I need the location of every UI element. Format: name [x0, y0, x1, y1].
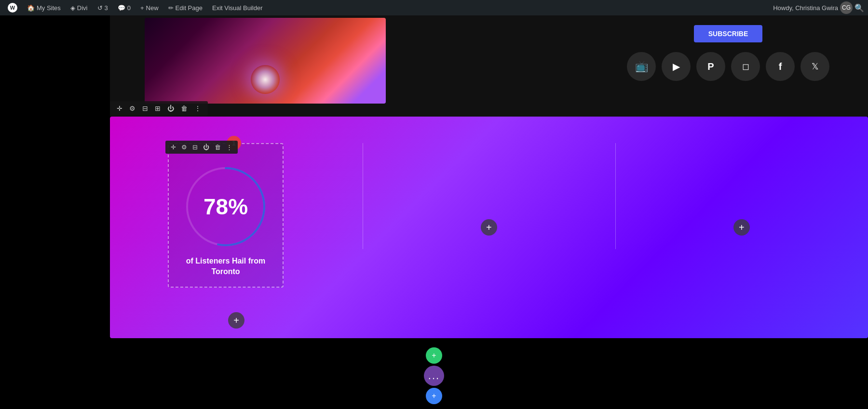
section-toolbar: ✛ ⚙ ⊟ ⊞ ⏻ 🗑 ⋮	[110, 101, 208, 116]
caption-line-2: Toronto	[211, 267, 240, 276]
module-caption: of Listeners Hail from Toronto	[181, 256, 270, 277]
circle-chart: 78%	[182, 163, 269, 250]
caption-line-1: of Listeners Hail from	[186, 257, 265, 265]
module-card: 78% of Listeners Hail from Toronto	[168, 143, 284, 288]
facebook-button[interactable]: f	[766, 52, 795, 81]
my-sites-label: My Sites	[37, 4, 61, 12]
module-settings-icon[interactable]: ⚙	[180, 143, 189, 151]
comments-icon: 💬	[118, 4, 125, 12]
module-clone-icon[interactable]: ⊟	[191, 143, 199, 151]
module-toggle-icon[interactable]: ⏻	[202, 143, 211, 151]
section-delete-icon[interactable]: 🗑	[179, 104, 190, 113]
section-more-icon[interactable]: ⋮	[192, 104, 203, 113]
edit-page-button[interactable]: ✏ Edit Page	[164, 0, 206, 15]
top-content-area: SUBSCRIBE 📺 ▶ P ◻ f	[110, 15, 868, 117]
house-icon: 🏠	[27, 4, 35, 12]
comments-button[interactable]: 💬 0	[114, 0, 135, 15]
section-move-icon[interactable]: ✛	[115, 104, 124, 113]
divi-icon: ◈	[70, 4, 75, 12]
section-settings-icon[interactable]: ⚙	[127, 104, 137, 113]
section-columns-icon[interactable]: ⊞	[153, 104, 163, 113]
twitch-button[interactable]: 📺	[627, 52, 656, 81]
ellipsis-icon: ...	[428, 369, 440, 382]
pencil-icon: ✏	[168, 4, 174, 12]
avatar: CG	[840, 1, 853, 14]
bottom-add-section: + ... +	[424, 347, 444, 404]
patreon-button[interactable]: P	[696, 52, 725, 81]
new-label: New	[146, 4, 159, 12]
revisions-button[interactable]: ↺ 3	[94, 0, 112, 15]
plus-icon: +	[739, 222, 745, 233]
my-sites-button[interactable]: 🏠 My Sites	[23, 0, 65, 15]
patreon-icon: P	[707, 61, 714, 72]
add-section-above-button[interactable]: +	[426, 347, 442, 364]
social-section: SUBSCRIBE 📺 ▶ P ◻ f	[627, 25, 829, 81]
divi-label: Divi	[77, 4, 88, 12]
column-2: +	[363, 117, 615, 338]
purple-section: ✛ ⚙ ⊟ ⊞ ⏻ 🗑 ⋮ 1 ✛ ⚙ ⊟ ⏻ 🗑 ⋮	[110, 117, 868, 338]
page-content: SUBSCRIBE 📺 ▶ P ◻ f	[0, 15, 868, 409]
module-more-icon[interactable]: ⋮	[225, 143, 234, 151]
section-toggle-icon[interactable]: ⏻	[165, 104, 176, 113]
search-icon[interactable]: 🔍	[854, 3, 864, 13]
instagram-button[interactable]: ◻	[731, 52, 760, 81]
admin-bar-right: Howdy, Christina Gwira CG 🔍	[773, 1, 864, 14]
column-1: 1 ✛ ⚙ ⊟ ⏻ 🗑 ⋮ 78% o	[110, 117, 363, 338]
plus-icon: +	[140, 4, 144, 12]
new-button[interactable]: + New	[136, 0, 163, 15]
twitter-button[interactable]: 𝕏	[800, 52, 829, 81]
youtube-button[interactable]: ▶	[662, 52, 691, 81]
more-options-button[interactable]: ...	[424, 366, 444, 386]
youtube-icon: ▶	[673, 61, 680, 72]
admin-bar: W 🏠 My Sites ◈ Divi ↺ 3 💬 0 + New ✏ Edit…	[0, 0, 868, 15]
col3-add-button[interactable]: +	[733, 219, 750, 236]
revisions-icon: ↺	[97, 4, 103, 12]
plus-icon: +	[233, 315, 239, 326]
twitter-icon: 𝕏	[812, 61, 819, 72]
facebook-icon: f	[779, 61, 782, 72]
col2-add-button[interactable]: +	[481, 219, 497, 236]
plus-icon: +	[432, 351, 436, 360]
wp-logo-button[interactable]: W	[4, 0, 21, 15]
wp-logo-icon: W	[8, 3, 17, 13]
plus-icon: +	[486, 222, 492, 233]
greeting-label: Howdy, Christina Gwira	[773, 4, 838, 12]
percent-value: 78%	[203, 194, 248, 220]
module-move-icon[interactable]: ✛	[169, 143, 177, 151]
module-toolbar: ✛ ⚙ ⊟ ⏻ 🗑 ⋮	[165, 141, 238, 154]
social-icons-row: 📺 ▶ P ◻ f 𝕏	[627, 52, 829, 81]
divi-button[interactable]: ◈ Divi	[67, 0, 92, 15]
revisions-count: 3	[105, 4, 108, 12]
subscribe-button[interactable]: SUBSCRIBE	[694, 25, 762, 42]
twitch-icon: 📺	[635, 60, 648, 73]
instagram-icon: ◻	[742, 61, 749, 72]
add-section-below-button[interactable]: +	[426, 388, 442, 404]
hero-image	[145, 18, 386, 104]
exit-builder-button[interactable]: Exit Visual Builder	[208, 0, 267, 15]
section-layout-icon[interactable]: ⊟	[140, 104, 150, 113]
module-delete-icon[interactable]: 🗑	[213, 143, 222, 151]
plus-icon: +	[432, 392, 436, 400]
column-3: +	[615, 117, 868, 338]
col1-add-button[interactable]: +	[228, 312, 244, 329]
exit-builder-label: Exit Visual Builder	[212, 4, 263, 12]
comments-count: 0	[127, 4, 131, 12]
left-panel	[0, 15, 110, 117]
edit-page-label: Edit Page	[176, 4, 203, 12]
